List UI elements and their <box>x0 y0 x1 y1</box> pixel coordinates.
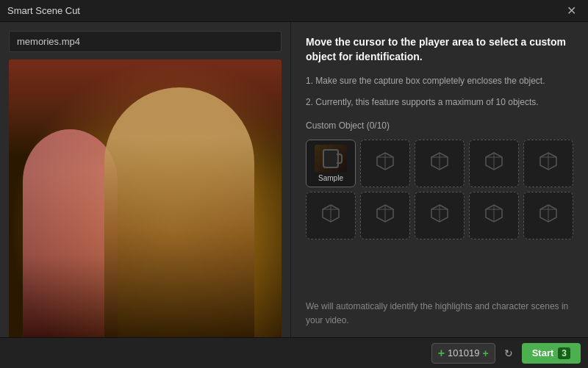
custom-object-label: Custom Object (0/10) <box>306 120 573 131</box>
object-cell-6[interactable] <box>360 192 410 239</box>
object-cell-7[interactable] <box>415 192 465 239</box>
object-cell-5[interactable] <box>306 192 356 239</box>
cube-icon-5 <box>320 203 341 228</box>
bottom-bar: + 101019 + ↻ Start 3 <box>0 337 588 368</box>
credits-plus-right: + <box>483 347 489 359</box>
cube-icon-8 <box>484 203 504 228</box>
object-cell-1[interactable] <box>360 140 410 187</box>
credits-plus-left: + <box>438 347 445 360</box>
credits-number: 101019 <box>448 347 479 358</box>
start-label: Start <box>532 347 554 358</box>
object-cell-0[interactable]: Sample <box>306 140 356 187</box>
cube-icon-2 <box>429 151 450 176</box>
sample-label: Sample <box>318 174 343 182</box>
object-cell-9[interactable] <box>523 192 573 239</box>
title-bar: Smart Scene Cut ✕ <box>0 0 588 22</box>
video-preview <box>9 59 282 339</box>
close-button[interactable]: ✕ <box>562 2 581 19</box>
object-cell-4[interactable] <box>523 140 573 187</box>
cube-icon-1 <box>375 151 395 176</box>
cube-icon-7 <box>429 203 450 228</box>
main-content: memories.mp4 00:00:00:00 / 0 <box>0 22 588 368</box>
cube-icon-3 <box>484 151 504 176</box>
instruction-1: 1. Make sure the capture box completely … <box>306 74 573 88</box>
sample-img <box>315 145 347 173</box>
object-cell-3[interactable] <box>469 140 519 187</box>
video-person-side <box>23 129 118 339</box>
objects-grid: Sample <box>306 140 573 239</box>
left-panel: memories.mp4 00:00:00:00 / 0 <box>0 22 290 368</box>
object-cell-2[interactable] <box>415 140 465 187</box>
right-panel: Move the cursor to the player area to se… <box>290 22 588 368</box>
video-person-main <box>104 87 254 339</box>
cube-icon-6 <box>375 203 395 228</box>
credits-box: + 101019 + <box>431 343 495 364</box>
start-button[interactable]: Start 3 <box>522 343 581 364</box>
instruction-title: Move the cursor to the player area to se… <box>306 35 573 64</box>
instruction-2: 2. Currently, this feature supports a ma… <box>306 95 573 109</box>
refresh-button[interactable]: ↻ <box>501 346 516 361</box>
bottom-note: We will automatically identify the highl… <box>306 300 573 328</box>
object-cell-8[interactable] <box>469 192 519 239</box>
cube-icon-4 <box>538 151 559 176</box>
app-title: Smart Scene Cut <box>7 5 80 16</box>
start-badge: 3 <box>558 347 570 359</box>
sample-mug-icon <box>323 149 339 168</box>
video-bg <box>9 59 282 339</box>
file-name: memories.mp4 <box>9 31 282 52</box>
cube-icon-9 <box>538 203 559 228</box>
